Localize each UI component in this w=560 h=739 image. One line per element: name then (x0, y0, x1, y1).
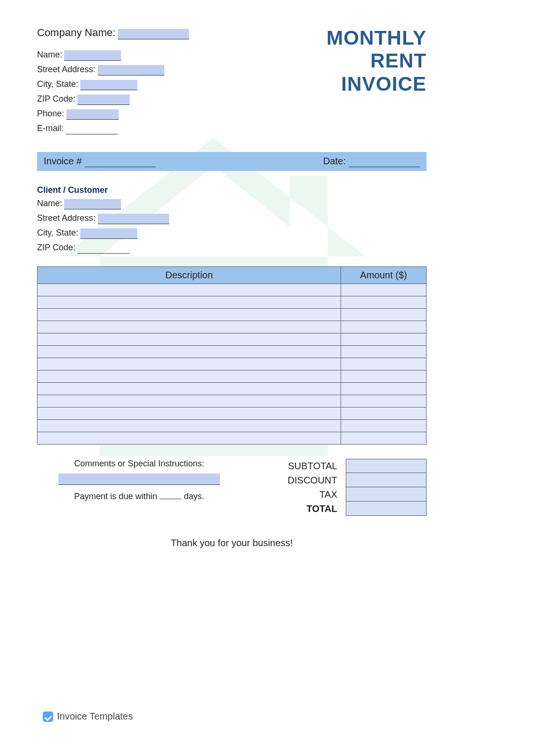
description-cell[interactable] (38, 309, 341, 321)
table-row (38, 309, 427, 321)
company-zip-field[interactable] (77, 95, 130, 105)
client-heading: Client / Customer (37, 185, 108, 195)
client-citystate-label: City, State: (37, 228, 78, 237)
subtotal-label: SUBTOTAL (288, 459, 337, 473)
table-row (38, 370, 427, 383)
title-line-3: INVOICE (326, 73, 427, 95)
invoice-date-field[interactable] (349, 157, 420, 167)
company-street-field[interactable] (98, 65, 164, 76)
company-phone-field[interactable] (66, 109, 119, 120)
description-cell[interactable] (38, 358, 341, 370)
client-zip-label: ZIP Code: (37, 243, 76, 252)
table-row (38, 321, 427, 333)
invoice-number-label: Invoice # (44, 156, 82, 166)
amount-cell[interactable] (341, 333, 427, 346)
amount-cell[interactable] (341, 284, 427, 296)
table-row (38, 333, 427, 346)
invoice-bar: Invoice # Date: (37, 152, 427, 171)
brand-text: Invoice Templates (57, 711, 133, 722)
company-zip-label: ZIP Code: (37, 94, 76, 104)
description-cell[interactable] (38, 407, 341, 420)
amount-cell[interactable] (341, 395, 427, 407)
table-row (38, 395, 427, 407)
table-row (38, 420, 427, 432)
discount-field[interactable] (346, 473, 427, 487)
description-cell[interactable] (38, 420, 341, 432)
description-cell[interactable] (38, 346, 341, 358)
table-row (38, 358, 427, 370)
discount-label: DISCOUNT (288, 473, 337, 487)
company-name-field[interactable] (118, 29, 189, 39)
thank-you-text: Thank you for your business! (37, 538, 427, 549)
client-name-field[interactable] (64, 199, 121, 209)
total-field[interactable] (346, 502, 427, 516)
total-label: TOTAL (288, 502, 337, 516)
client-name-label: Name: (37, 199, 62, 208)
client-street-field[interactable] (98, 214, 169, 224)
description-cell[interactable] (38, 333, 341, 346)
company-street-label: Street Address: (37, 65, 95, 74)
col-description: Description (38, 267, 341, 284)
table-row (38, 383, 427, 395)
description-cell[interactable] (38, 321, 341, 333)
description-cell[interactable] (38, 284, 341, 296)
brand-footer: Invoice Templates (43, 711, 133, 722)
amount-cell[interactable] (341, 296, 427, 309)
amount-cell[interactable] (341, 358, 427, 370)
table-row (38, 432, 427, 445)
description-cell[interactable] (38, 395, 341, 407)
subtotal-field[interactable] (346, 459, 427, 473)
description-cell[interactable] (38, 296, 341, 309)
amount-cell[interactable] (341, 432, 427, 445)
amount-cell[interactable] (341, 370, 427, 383)
title-line-1: MONTHLY (326, 27, 427, 49)
comments-field[interactable] (58, 474, 220, 485)
line-items-table: Description Amount ($) (37, 266, 427, 445)
invoice-date-label: Date: (323, 156, 346, 166)
company-citystate-field[interactable] (80, 80, 137, 90)
title-line-2: RENT (326, 49, 427, 72)
company-email-label: E-mail: (37, 123, 64, 133)
company-phone-label: Phone: (37, 109, 64, 118)
description-cell[interactable] (38, 432, 341, 445)
payment-days-field[interactable] (160, 491, 181, 499)
company-contact-name-label: Name: (37, 50, 62, 59)
company-contact-name-field[interactable] (64, 50, 121, 61)
amount-cell[interactable] (341, 407, 427, 420)
amount-cell[interactable] (341, 346, 427, 358)
description-cell[interactable] (38, 383, 341, 395)
table-row (38, 346, 427, 358)
table-row (38, 407, 427, 420)
invoice-number-field[interactable] (85, 157, 156, 167)
amount-cell[interactable] (341, 309, 427, 321)
client-street-label: Street Address: (37, 213, 95, 223)
table-row (38, 296, 427, 309)
company-email-field[interactable] (66, 124, 118, 134)
client-block: Client / Customer Name: Street Address: … (37, 185, 427, 254)
amount-cell[interactable] (341, 321, 427, 333)
brand-check-icon (43, 711, 53, 722)
tax-label: TAX (288, 487, 337, 502)
col-amount: Amount ($) (341, 267, 427, 284)
amount-cell[interactable] (341, 420, 427, 432)
amount-cell[interactable] (341, 383, 427, 395)
comments-label: Comments or Special Instructions: (37, 459, 241, 469)
company-name-label: Company Name: (37, 27, 115, 38)
payment-terms: Payment is due within days. (37, 491, 241, 502)
client-citystate-field[interactable] (80, 228, 137, 239)
company-citystate-label: City, State: (37, 79, 78, 89)
description-cell[interactable] (38, 370, 341, 383)
document-title: MONTHLY RENT INVOICE (326, 27, 427, 95)
table-row (38, 284, 427, 296)
tax-field[interactable] (346, 487, 427, 502)
client-zip-field[interactable] (77, 243, 130, 254)
